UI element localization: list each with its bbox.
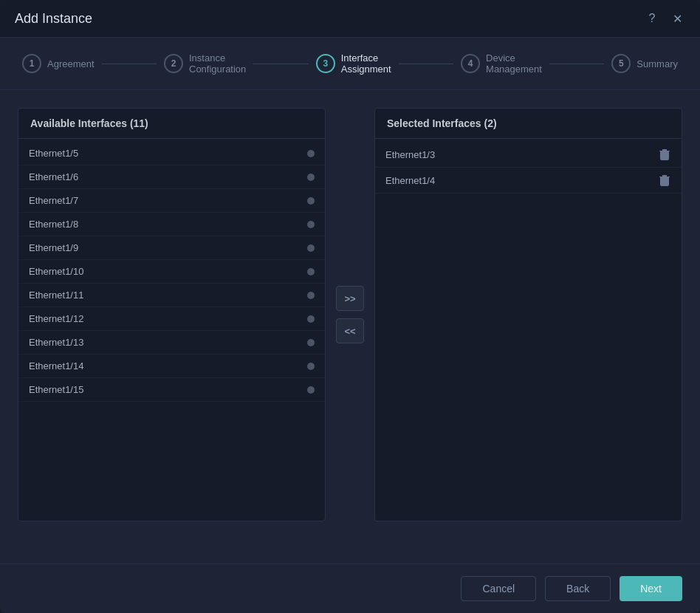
step-4-circle: 4 <box>461 54 480 73</box>
stepper: 1 Agreement 2 InstanceConfiguration 3 In… <box>0 38 700 90</box>
close-icon[interactable]: ✕ <box>669 10 685 27</box>
list-item-dot <box>307 221 315 228</box>
list-item[interactable]: Ethernet1/12 <box>18 307 325 331</box>
step-3-label: InterfaceAssignment <box>341 52 391 75</box>
modal-title: Add Instance <box>15 11 92 27</box>
list-item[interactable]: Ethernet1/7 <box>18 189 325 213</box>
list-item[interactable]: Ethernet1/13 <box>18 331 325 355</box>
header-icons: ? ✕ <box>644 10 685 27</box>
list-item-dot <box>307 386 315 394</box>
list-item-dot <box>307 197 315 205</box>
selected-interfaces-panel: Selected Interfaces (2) Ethernet1/3 Ethe… <box>374 108 682 521</box>
available-interfaces-header: Available Interfaces (11) <box>18 109 325 139</box>
selected-interfaces-header: Selected Interfaces (2) <box>375 109 682 139</box>
list-item-dot <box>307 268 315 275</box>
step-2-label: InstanceConfiguration <box>189 52 246 75</box>
step-5-label: Summary <box>636 58 678 69</box>
connector-2-3 <box>253 64 308 64</box>
connector-3-4 <box>399 64 453 64</box>
transfer-buttons-container: >> << <box>326 108 374 521</box>
help-icon[interactable]: ? <box>644 10 660 27</box>
remove-item-icon[interactable] <box>658 148 671 161</box>
list-item[interactable]: Ethernet1/6 <box>18 165 325 189</box>
list-item-dot <box>307 315 315 323</box>
add-all-button[interactable]: >> <box>336 286 364 311</box>
connector-4-5 <box>549 64 604 64</box>
next-button[interactable]: Next <box>620 576 682 601</box>
list-item[interactable]: Ethernet1/8 <box>18 213 325 236</box>
list-item[interactable]: Ethernet1/14 <box>18 355 325 378</box>
list-item[interactable]: Ethernet1/10 <box>18 260 325 284</box>
step-1-label: Agreement <box>47 58 95 69</box>
step-summary: 5 Summary <box>611 54 678 73</box>
step-1-circle: 1 <box>22 54 41 73</box>
list-item-dot <box>307 339 315 346</box>
step-2-circle: 2 <box>164 54 183 73</box>
modal-body: Available Interfaces (11) Ethernet1/5 Et… <box>0 90 700 564</box>
list-item-dot <box>307 363 315 370</box>
list-item-dot <box>307 174 315 181</box>
remove-item-icon[interactable] <box>658 174 671 187</box>
list-item[interactable]: Ethernet1/4 <box>375 168 682 194</box>
list-item-dot <box>307 244 315 252</box>
available-interfaces-list: Ethernet1/5 Ethernet1/6 Ethernet1/7 Ethe… <box>18 139 325 405</box>
back-button[interactable]: Back <box>545 576 611 601</box>
cancel-button[interactable]: Cancel <box>461 576 536 601</box>
available-interfaces-panel: Available Interfaces (11) Ethernet1/5 Et… <box>18 108 326 521</box>
connector-1-2 <box>102 64 157 64</box>
list-item[interactable]: Ethernet1/3 <box>375 142 682 168</box>
selected-interfaces-list: Ethernet1/3 Ethernet1/4 <box>375 139 682 196</box>
panels-container: Available Interfaces (11) Ethernet1/5 Et… <box>18 108 682 552</box>
list-item[interactable]: Ethernet1/9 <box>18 236 325 260</box>
remove-all-button[interactable]: << <box>336 318 364 343</box>
list-item[interactable]: Ethernet1/5 <box>18 142 325 165</box>
modal-header: Add Instance ? ✕ <box>0 0 700 38</box>
step-3-circle: 3 <box>316 54 335 73</box>
modal: Add Instance ? ✕ 1 Agreement 2 InstanceC… <box>0 0 700 613</box>
list-item-dot <box>307 150 315 157</box>
modal-footer: Cancel Back Next <box>0 564 700 613</box>
step-instance-config: 2 InstanceConfiguration <box>164 52 246 75</box>
step-5-circle: 5 <box>611 54 631 73</box>
list-item-dot <box>307 292 315 299</box>
step-interface-assignment: 3 InterfaceAssignment <box>316 52 391 75</box>
step-device-management: 4 DeviceManagement <box>461 52 542 75</box>
list-item[interactable]: Ethernet1/15 <box>18 378 325 402</box>
step-4-label: DeviceManagement <box>486 52 542 75</box>
list-item[interactable]: Ethernet1/11 <box>18 284 325 307</box>
step-agreement: 1 Agreement <box>22 54 95 73</box>
